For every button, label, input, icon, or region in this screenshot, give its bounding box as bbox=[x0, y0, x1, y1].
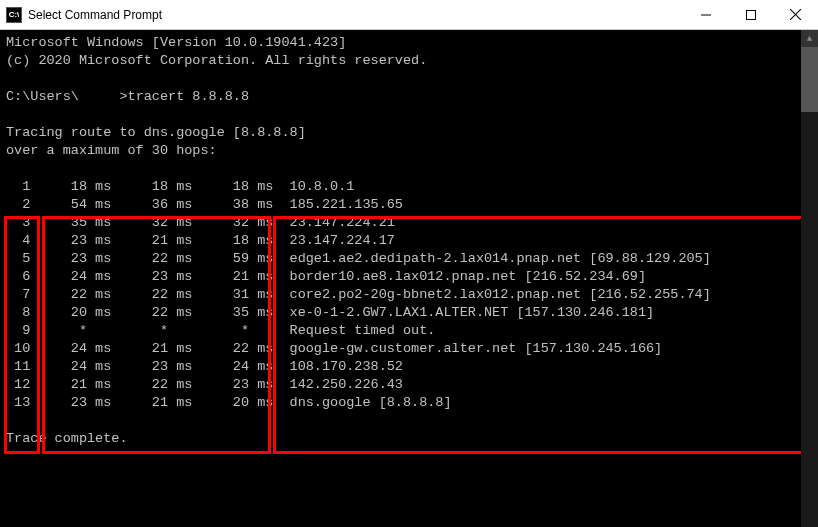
maximize-button[interactable] bbox=[728, 0, 773, 29]
prompt-line: C:\Users\ >tracert 8.8.8.8 bbox=[6, 88, 812, 106]
blank-line bbox=[6, 106, 812, 124]
version-line: Microsoft Windows [Version 10.0.19041.42… bbox=[6, 34, 812, 52]
highlight-host-column bbox=[273, 216, 810, 454]
prompt-path: C:\Users\ bbox=[6, 89, 79, 104]
scrollbar-thumb[interactable] bbox=[801, 47, 818, 112]
trace-header-1: Tracing route to dns.google [8.8.8.8] bbox=[6, 124, 812, 142]
blank-line bbox=[6, 70, 812, 88]
scrollbar-track[interactable]: ▲ bbox=[801, 30, 818, 527]
scroll-up-button[interactable]: ▲ bbox=[801, 30, 818, 47]
highlight-hop-number-column bbox=[4, 216, 40, 454]
prompt-command: >tracert 8.8.8.8 bbox=[119, 89, 249, 104]
close-button[interactable] bbox=[773, 0, 818, 29]
highlight-latency-columns bbox=[42, 216, 271, 454]
copyright-line: (c) 2020 Microsoft Corporation. All righ… bbox=[6, 52, 812, 70]
trace-header-2: over a maximum of 30 hops: bbox=[6, 142, 812, 160]
hop-row: 1 18 ms 18 ms 18 ms 10.8.0.1 bbox=[6, 178, 812, 196]
prompt-user-redacted bbox=[79, 89, 120, 104]
hop-row: 2 54 ms 36 ms 38 ms 185.221.135.65 bbox=[6, 196, 812, 214]
title-bar[interactable]: C:\ Select Command Prompt bbox=[0, 0, 818, 30]
blank-line bbox=[6, 160, 812, 178]
window-title: Select Command Prompt bbox=[28, 8, 683, 22]
svg-rect-1 bbox=[746, 10, 755, 19]
cmd-icon: C:\ bbox=[6, 7, 22, 23]
window-controls bbox=[683, 0, 818, 29]
minimize-button[interactable] bbox=[683, 0, 728, 29]
terminal-body[interactable]: Microsoft Windows [Version 10.0.19041.42… bbox=[0, 30, 818, 527]
